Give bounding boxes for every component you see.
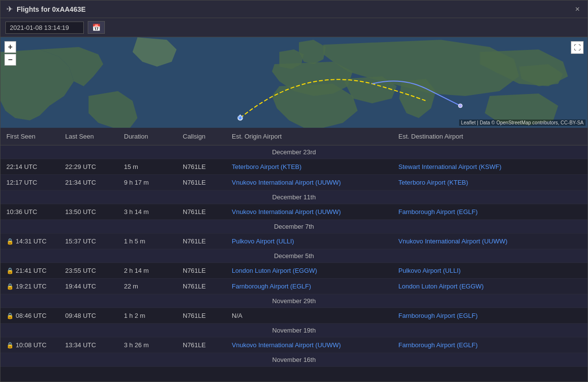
close-button[interactable]: × (573, 5, 582, 14)
group-header-row: December 23rd (0, 145, 588, 159)
table-row[interactable]: 12:17 UTC 21:34 UTC 9 h 17 m N761LE Vnuk… (0, 175, 588, 191)
map-container[interactable]: + − ⛶ N761LE 00 -0010 Leaflet | Data © O… (0, 37, 588, 128)
group-label: November 16th (0, 353, 588, 367)
cell-origin[interactable]: N/A (226, 308, 392, 324)
zoom-in-button[interactable]: + (4, 41, 16, 53)
table-row[interactable]: 10:36 UTC 13:50 UTC 3 h 14 m N761LE Vnuk… (0, 204, 588, 220)
cell-last-seen: 21:34 UTC (59, 175, 118, 191)
cell-callsign: N761LE (177, 204, 226, 220)
table-row[interactable]: 🔒08:46 UTC 09:48 UTC 1 h 2 m N761LE N/A … (0, 308, 588, 324)
cell-origin[interactable]: Vnukovo International Airport (UUWW) (226, 337, 392, 353)
main-window: ✈ Flights for 0xAA463E × 📅 (0, 0, 588, 382)
group-header-row: November 29th (0, 294, 588, 308)
cell-origin[interactable]: Vnukovo International Airport (UUWW) (226, 175, 392, 191)
cell-callsign: N761LE (177, 279, 226, 294)
origin-link[interactable]: Pulkovo Airport (ULLI) (232, 238, 294, 245)
toolbar: 📅 (0, 18, 588, 37)
flights-table-container[interactable]: First Seen Last Seen Duration Callsign E… (0, 128, 588, 382)
table-row[interactable]: 🔒10:08 UTC 13:34 UTC 3 h 26 m N761LE Vnu… (0, 337, 588, 353)
title-bar: ✈ Flights for 0xAA463E × (0, 0, 588, 18)
zoom-out-button[interactable]: − (4, 54, 16, 66)
cell-first-seen: 🔒10:08 UTC (0, 337, 59, 353)
group-label: November 29th (0, 294, 588, 308)
cell-origin[interactable]: Teterboro Airport (KTEB) (226, 159, 392, 175)
cell-dest[interactable]: Farnborough Airport (EGLF) (392, 337, 588, 353)
cell-first-seen: 🔒19:21 UTC (0, 279, 59, 294)
cell-last-seen: 23:55 UTC (59, 263, 118, 279)
cell-last-seen: 19:44 UTC (59, 279, 118, 294)
cell-callsign: N761LE (177, 263, 226, 279)
group-label: December 23rd (0, 145, 588, 159)
dest-link[interactable]: Vnukovo International Airport (UUWW) (398, 238, 508, 245)
col-header-dest: Est. Destination Airport (392, 128, 588, 145)
datetime-input[interactable] (5, 22, 84, 34)
cell-duration: 3 h 26 m (118, 337, 177, 353)
col-header-origin: Est. Origin Airport (226, 128, 392, 145)
origin-link[interactable]: Farnborough Airport (EGLF) (232, 283, 311, 290)
cell-first-seen: 🔒14:31 UTC (0, 234, 59, 249)
title-bar-left: ✈ Flights for 0xAA463E (6, 4, 86, 14)
table-header-row: First Seen Last Seen Duration Callsign E… (0, 128, 588, 145)
dest-link[interactable]: Stewart International Airport (KSWF) (398, 163, 501, 170)
cell-dest[interactable]: Pulkovo Airport (ULLI) (392, 263, 588, 279)
origin-link[interactable]: London Luton Airport (EGGW) (232, 267, 317, 274)
cell-dest[interactable]: Teterboro Airport (KTEB) (392, 175, 588, 191)
fullscreen-button[interactable]: ⛶ (571, 41, 584, 54)
table-row[interactable]: 🔒14:31 UTC 15:37 UTC 1 h 5 m N761LE Pulk… (0, 234, 588, 249)
cell-duration: 1 h 5 m (118, 234, 177, 249)
table-row[interactable]: 🔒19:21 UTC 19:44 UTC 22 m N761LE Farnbor… (0, 279, 588, 294)
origin-link[interactable]: Vnukovo International Airport (UUWW) (232, 341, 341, 349)
map-controls: + − (4, 41, 16, 66)
cell-duration: 1 h 2 m (118, 308, 177, 324)
cell-origin[interactable]: Vnukovo International Airport (UUWW) (226, 204, 392, 220)
cell-callsign: N761LE (177, 175, 226, 191)
group-header-row: November 19th (0, 324, 588, 337)
cell-dest[interactable]: London Luton Airport (EGGW) (392, 279, 588, 294)
calendar-icon: 📅 (92, 24, 100, 31)
lock-icon: 🔒 (6, 283, 14, 290)
group-label: December 11th (0, 191, 588, 204)
dest-link[interactable]: Teterboro Airport (KTEB) (398, 179, 468, 186)
table-row[interactable]: 22:14 UTC 22:29 UTC 15 m N761LE Teterbor… (0, 159, 588, 175)
calendar-button[interactable]: 📅 (88, 21, 105, 34)
cell-last-seen: 22:29 UTC (59, 159, 118, 175)
dest-link[interactable]: Farnborough Airport (EGLF) (398, 208, 478, 215)
cell-last-seen: 13:34 UTC (59, 337, 118, 353)
cell-duration: 15 m (118, 159, 177, 175)
cell-first-seen: 22:14 UTC (0, 159, 59, 175)
group-header-row: December 7th (0, 220, 588, 234)
col-header-duration: Duration (118, 128, 177, 145)
cell-first-seen: 10:36 UTC (0, 204, 59, 220)
dest-link[interactable]: London Luton Airport (EGGW) (398, 283, 484, 290)
origin-link[interactable]: Vnukovo International Airport (UUWW) (232, 208, 341, 215)
cell-origin[interactable]: Pulkovo Airport (ULLI) (226, 234, 392, 249)
dest-link[interactable]: Farnborough Airport (EGLF) (398, 312, 478, 319)
cell-origin[interactable]: Farnborough Airport (EGLF) (226, 279, 392, 294)
lock-icon: 🔒 (6, 267, 14, 274)
lock-icon: 🔒 (6, 342, 14, 349)
dest-link[interactable]: Pulkovo Airport (ULLI) (398, 267, 461, 274)
lock-icon: 🔒 (6, 238, 14, 245)
fullscreen-icon: ⛶ (574, 44, 581, 51)
cell-dest[interactable]: Farnborough Airport (EGLF) (392, 204, 588, 220)
cell-last-seen: 15:37 UTC (59, 234, 118, 249)
origin-link[interactable]: N/A (232, 312, 243, 319)
cell-dest[interactable]: Stewart International Airport (KSWF) (392, 159, 588, 175)
cell-dest[interactable]: Farnborough Airport (EGLF) (392, 308, 588, 324)
plane-icon: ✈ (6, 4, 13, 14)
group-header-row: December 11th (0, 191, 588, 204)
col-header-first-seen: First Seen (0, 128, 59, 145)
cell-last-seen: 09:48 UTC (59, 308, 118, 324)
map-attribution: Leaflet | Data © OpenStreetMap contribut… (459, 119, 586, 126)
cell-dest[interactable]: Vnukovo International Airport (UUWW) (392, 234, 588, 249)
origin-link[interactable]: Teterboro Airport (KTEB) (232, 163, 301, 170)
cell-first-seen: 🔒21:41 UTC (0, 263, 59, 279)
table-row[interactable]: 🔒21:41 UTC 23:55 UTC 2 h 14 m N761LE Lon… (0, 263, 588, 279)
cell-last-seen: 13:50 UTC (59, 204, 118, 220)
origin-link[interactable]: Vnukovo International Airport (UUWW) (232, 179, 341, 186)
cell-origin[interactable]: London Luton Airport (EGGW) (226, 263, 392, 279)
window-title: Flights for 0xAA463E (17, 5, 86, 13)
dest-link[interactable]: Farnborough Airport (EGLF) (398, 341, 478, 349)
cell-duration: 3 h 14 m (118, 204, 177, 220)
col-header-last-seen: Last Seen (59, 128, 118, 145)
